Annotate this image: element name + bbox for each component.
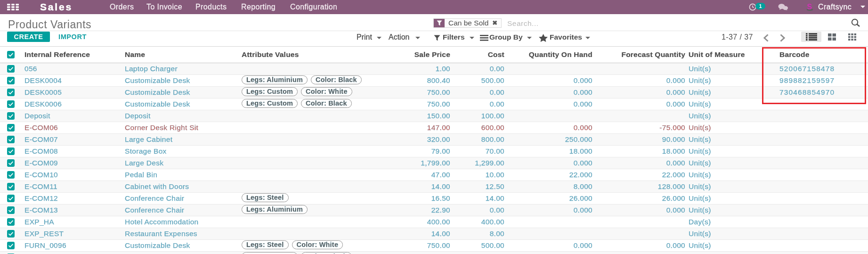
svg-text:S: S xyxy=(807,3,812,11)
